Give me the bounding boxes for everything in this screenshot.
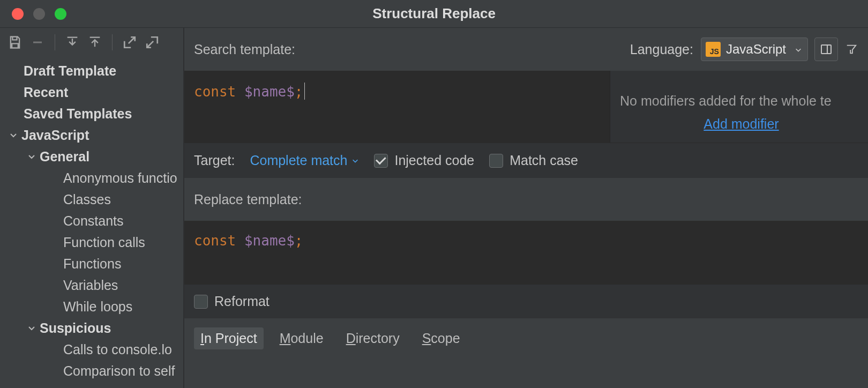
replace-options-row: Reformat: [184, 284, 868, 318]
scope-tabs: In Project Module Directory Scope: [184, 318, 868, 358]
language-label: Language:: [630, 42, 693, 57]
collapse-all-icon[interactable]: [85, 33, 104, 52]
chevron-down-icon: [8, 131, 19, 139]
modifiers-message: No modifiers added for the whole te: [620, 93, 863, 109]
text-caret: [304, 83, 305, 100]
search-template-label: Search template:: [194, 42, 295, 57]
language-value: JavaScript: [726, 42, 786, 57]
tree-item-consolelog[interactable]: Calls to console.lo: [0, 339, 183, 360]
target-label: Target:: [194, 153, 235, 168]
scope-tab-project[interactable]: In Project: [194, 327, 264, 349]
import-icon[interactable]: [143, 33, 162, 52]
scope-tab-module[interactable]: Module: [273, 327, 330, 349]
javascript-file-icon: JS: [706, 42, 721, 57]
language-dropdown[interactable]: JS JavaScript: [701, 38, 808, 61]
search-template-editor[interactable]: const $name$;: [184, 71, 610, 143]
chevron-down-icon: [795, 42, 802, 57]
replace-header: Replace template:: [184, 178, 868, 221]
scope-tab-directory[interactable]: Directory: [340, 327, 406, 349]
tree-item-draft[interactable]: Draft Template: [0, 60, 183, 81]
tree-item-suspicious[interactable]: Suspicious: [0, 317, 183, 339]
search-options-row: Target: Complete match Injected code Mat…: [184, 143, 868, 178]
tree-item-recent[interactable]: Recent: [0, 81, 183, 103]
filter-icon[interactable]: [844, 38, 858, 61]
checkbox-checked-icon: [374, 154, 388, 168]
minimize-window-icon[interactable]: [33, 8, 45, 20]
window-controls: [0, 8, 66, 20]
target-dropdown[interactable]: Complete match: [250, 153, 359, 168]
tree-item-classes[interactable]: Classes: [0, 189, 183, 210]
zoom-window-icon[interactable]: [55, 8, 66, 20]
add-modifier-link[interactable]: Add modifier: [620, 116, 863, 132]
chevron-down-icon: [26, 324, 38, 332]
remove-template-icon[interactable]: [28, 33, 47, 52]
injected-code-checkbox[interactable]: Injected code: [374, 153, 474, 168]
window-title: Structural Replace: [372, 5, 496, 22]
match-case-checkbox[interactable]: Match case: [489, 153, 578, 168]
template-tree: Draft Template Recent Saved Templates Ja…: [0, 57, 183, 382]
tree-item-fcalls[interactable]: Function calls: [0, 232, 183, 253]
tree-item-selfcomp[interactable]: Comparison to self: [0, 360, 183, 382]
template-sidebar: Draft Template Recent Saved Templates Ja…: [0, 28, 184, 388]
scope-tab-scope[interactable]: Scope: [416, 327, 467, 349]
chevron-down-icon: [351, 157, 359, 165]
replace-template-editor[interactable]: const $name$;: [184, 221, 868, 284]
separator: [112, 34, 113, 50]
svg-line-6: [147, 41, 153, 48]
reformat-checkbox[interactable]: Reformat: [194, 294, 270, 309]
checkbox-unchecked-icon: [194, 295, 208, 309]
expand-all-icon[interactable]: [63, 33, 82, 52]
title-bar: Structural Replace: [0, 0, 868, 28]
tree-item-constants[interactable]: Constants: [0, 210, 183, 232]
svg-rect-7: [821, 45, 831, 54]
replace-template-label: Replace template:: [194, 192, 302, 207]
tree-item-functions[interactable]: Functions: [0, 253, 183, 274]
modifiers-panel: No modifiers added for the whole te Add …: [610, 71, 868, 143]
chevron-down-icon: [26, 152, 38, 161]
toggle-panel-button[interactable]: [814, 38, 838, 61]
tree-item-saved[interactable]: Saved Templates: [0, 103, 183, 124]
tree-item-general[interactable]: General: [0, 146, 183, 167]
tree-item-anon[interactable]: Anonymous functio: [0, 167, 183, 189]
tree-item-javascript[interactable]: JavaScript: [0, 124, 183, 146]
svg-line-5: [129, 37, 135, 43]
tree-item-whileloops[interactable]: While loops: [0, 296, 183, 317]
sidebar-toolbar: [0, 28, 183, 57]
tree-item-variables[interactable]: Variables: [0, 274, 183, 296]
checkbox-unchecked-icon: [489, 154, 503, 168]
close-window-icon[interactable]: [12, 8, 24, 20]
search-header: Search template: Language: JS JavaScript: [184, 28, 868, 71]
save-template-icon[interactable]: [5, 33, 25, 52]
separator: [55, 34, 55, 50]
main-panel: Search template: Language: JS JavaScript: [184, 28, 868, 388]
export-icon[interactable]: [120, 33, 139, 52]
